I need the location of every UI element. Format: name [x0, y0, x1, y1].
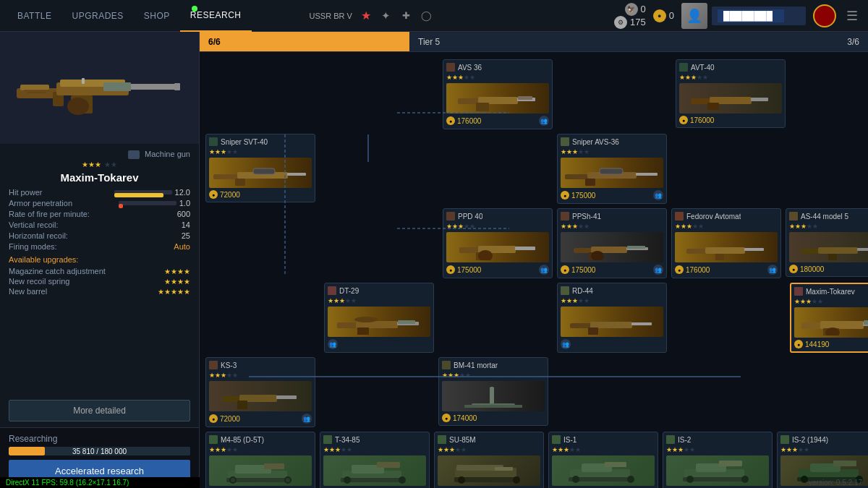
card-stars-is2: ★★★★★	[666, 446, 769, 453]
card-m485[interactable]: M4-85 (D-5T) ★★★★★	[205, 432, 315, 488]
card-dt29[interactable]: DT-29 ★★★★★ 👥	[324, 283, 434, 353]
card-img-avt40	[679, 83, 782, 114]
card-header-su85m: SU-85M	[438, 435, 540, 444]
nation-label: USSR BR V	[310, 12, 352, 20]
type-icon-ks3	[209, 361, 218, 369]
card-as44m5[interactable]: AS-44 model 5 ★★★★★ ●	[786, 208, 868, 277]
card-name-sniper-avs36: Sniper AVS-36	[572, 138, 619, 146]
card-img-fedorov	[675, 232, 778, 262]
card-maxim-tokarev[interactable]: Maxim-Tokarev ★★★★★	[790, 283, 868, 353]
nation-germany[interactable]: ✦	[378, 8, 394, 24]
card-avs36[interactable]: AVS 36 ★★★★★ ●	[443, 59, 553, 129]
card-svt40[interactable]: Sniper SVT-40 ★★★★★	[205, 134, 315, 202]
card-is1[interactable]: IS-1 ★★★★★	[548, 432, 658, 488]
weapon-image	[17, 52, 183, 124]
stat-firing-modes: Firing modes: Auto	[9, 242, 190, 251]
svg-rect-26	[518, 96, 532, 100]
nav-battle[interactable]: BATTLE	[7, 0, 61, 32]
type-icon-bm41	[442, 361, 451, 369]
card-rd44[interactable]: RD-44 ★★★★★ 👥	[557, 283, 667, 353]
stat-horiz-recoil: Horizontal recoil: 25	[9, 231, 190, 240]
nav-right: 🦅 0 ⚙ 175 ● 0 👤 ████████ ☰	[614, 3, 861, 29]
type-icon-sniper2	[209, 137, 218, 146]
more-detail-button[interactable]: More detailed	[9, 400, 190, 421]
card-sniper-avs36[interactable]: Sniper AVS-36 ★★★★★	[557, 134, 667, 204]
svg-rect-105	[605, 462, 626, 467]
card-name-maxim: Maxim-Tokarev	[806, 288, 855, 296]
svg-rect-39	[636, 173, 658, 176]
card-cost-maxim: ● 144190	[794, 340, 829, 348]
card-header-fedorov: Fedorov Avtomat	[675, 212, 778, 221]
eagles-value: 0	[641, 4, 646, 14]
card-cost-svt40: ● 72000	[209, 190, 240, 199]
cost-silver-icon: ●	[442, 414, 451, 422]
svg-rect-67	[590, 322, 632, 328]
type-icon-sniper	[679, 63, 688, 72]
card-fedorov[interactable]: Fedorov Avtomat ★★★★★ ●	[671, 208, 781, 278]
card-cost-ppsh41: ● 175000	[561, 265, 595, 274]
card-ppd40[interactable]: PPD 40 ★★★★★ ●	[443, 208, 553, 278]
card-img-bm41	[442, 381, 545, 411]
card-name-svt40: Sniper SVT-40	[221, 138, 268, 146]
card-img-su85m	[438, 455, 540, 486]
card-t3485[interactable]: T-34-85 ★★★★★	[320, 432, 430, 488]
card-name-as44m5: AS-44 model 5	[801, 213, 848, 221]
nation-japan[interactable]: ◯	[419, 8, 435, 24]
card-stars-svt40: ★★★★★	[209, 148, 312, 155]
username-box[interactable]: ████████	[712, 7, 806, 25]
nation-ussr[interactable]: ★	[358, 8, 374, 24]
svg-rect-65	[357, 328, 369, 335]
svg-rect-79	[276, 395, 297, 399]
research-panel[interactable]: 6/6 Tier 5 3/6	[200, 32, 868, 488]
card-bm41[interactable]: BM-41 mortar ★★★★★ ● 174000	[438, 357, 548, 426]
nav-upgrades[interactable]: UPGRADES	[61, 0, 133, 32]
main-layout: Machine gun ★★★★★ Maxim-Tokarev Hit powe…	[0, 32, 868, 488]
type-icon-tank	[209, 435, 218, 444]
card-footer-ks3: ● 72000 👥	[209, 414, 312, 424]
card-name-m485: M4-85 (D-5T)	[221, 436, 264, 444]
card-cost-avs36: ● 176000	[446, 116, 481, 125]
cost-silver-icon: ●	[794, 340, 803, 348]
card-cost-ks3: ● 72000	[209, 414, 240, 423]
card-cost-sniper-avs36: ● 175000	[561, 191, 595, 200]
card-ppsh41[interactable]: PPSh-41 ★★★★★	[557, 208, 667, 278]
svg-rect-51	[627, 246, 645, 249]
avatar: 👤	[681, 3, 707, 29]
card-avt40[interactable]: AVT-40 ★★★★★ ● 1760	[676, 59, 786, 128]
card-stars-sniper-avs36: ★★★★★	[561, 148, 663, 155]
svg-rect-117	[833, 461, 856, 466]
card-ks3[interactable]: KS-3 ★★★★★ ● 72000	[205, 357, 315, 427]
card-name-avt40: AVT-40	[691, 64, 715, 72]
card-img-is1	[552, 455, 655, 486]
menu-icon[interactable]: ☰	[843, 8, 861, 24]
svg-point-107	[572, 476, 579, 483]
type-icon	[561, 137, 569, 146]
type-icon-tank-is2	[666, 435, 675, 444]
silver-row: ⚙ 175	[614, 16, 646, 29]
card-img-ks3	[209, 381, 312, 411]
card-is2[interactable]: IS-2 ★★★★★	[663, 432, 773, 488]
nav-research[interactable]: RESEARCH	[180, 0, 252, 32]
svg-rect-52	[686, 249, 707, 254]
svg-rect-36	[565, 174, 589, 179]
row-5: M4-85 (D-5T) ★★★★★	[205, 432, 862, 488]
weapon-preview	[0, 32, 199, 144]
crew-icon-4: 👥	[653, 265, 663, 275]
card-cost-bm41: ● 174000	[442, 414, 477, 422]
nation-usa[interactable]: ✚	[399, 8, 414, 24]
svg-point-114	[741, 476, 749, 483]
card-img-ppd40	[446, 232, 549, 262]
cost-silver-icon: ●	[446, 116, 455, 125]
cost-silver-icon: ●	[209, 190, 218, 199]
card-stars-avt40: ★★★★★	[679, 74, 782, 81]
debug-bar: DirectX 11 FPS: 59.8 (16.2×17.1 16.7)	[0, 477, 200, 488]
nav-shop[interactable]: SHOP	[134, 0, 180, 32]
card-su85m[interactable]: SU-85M ★★★★★	[434, 432, 544, 488]
svg-rect-29	[707, 103, 719, 110]
card-stars-ppsh41: ★★★★★	[561, 223, 663, 230]
svg-rect-24	[476, 103, 489, 111]
battle-label: BATTLE	[17, 11, 51, 21]
card-stars-maxim: ★★★★★	[794, 298, 868, 305]
card-stars-bm41: ★★★★★	[442, 372, 545, 379]
star-icon: ★	[361, 9, 371, 22]
